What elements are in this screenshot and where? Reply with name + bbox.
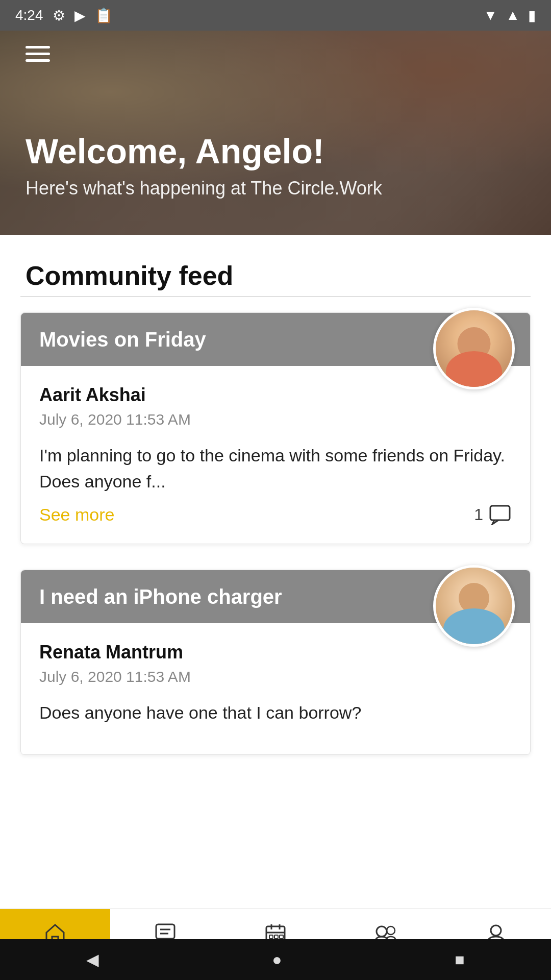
wifi-icon: ▼ [484,7,498,23]
hamburger-line-2 [26,53,50,55]
hero-banner: Welcome, Angelo! Here's what's happening… [0,31,551,235]
status-left: 4:24 ⚙ ▶ 📋 [15,7,113,24]
post-text-charger: Does anyone have one that I can borrow? [39,700,512,726]
status-bar: 4:24 ⚙ ▶ 📋 ▼ ▲ ▮ [0,0,551,31]
avatar-renata [433,565,515,647]
post-date-renata: July 6, 2020 11:53 AM [39,668,512,685]
see-more-button-movies[interactable]: See more [39,505,114,525]
feed-list: Movies on Friday Aarit Akshai July 6, 20… [0,297,551,770]
svg-point-12 [387,926,395,935]
svg-rect-0 [490,506,510,520]
recents-button[interactable]: ■ [455,950,464,969]
avatar-aarit [433,308,515,389]
comment-icon-movies [489,505,512,525]
comment-number-movies: 1 [474,505,483,524]
hamburger-line-1 [26,46,50,48]
svg-rect-1 [156,924,174,939]
main-content: Community feed Movies on Friday Aarit Ak… [0,235,551,980]
card-footer-movies: See more 1 [39,505,512,525]
back-button[interactable]: ◀ [86,950,99,969]
status-right: ▼ ▲ ▮ [484,7,536,24]
system-nav-bar: ◀ ● ■ [0,939,551,980]
hamburger-line-3 [26,59,50,62]
clipboard-icon: 📋 [95,7,113,24]
post-author-renata: Renata Mantrum [39,642,512,663]
feed-card-charger[interactable]: I need an iPhone charger Renata Mantrum … [20,570,531,755]
card-title-movies: Movies on Friday [39,327,206,352]
avatar-female-icon [436,568,512,644]
post-author-aarit: Aarit Akshai [39,384,512,406]
settings-icon: ⚙ [53,7,65,24]
comment-count-movies[interactable]: 1 [474,505,512,525]
battery-icon: ▮ [528,7,536,24]
svg-rect-10 [280,935,283,939]
signal-icon: ▲ [506,7,520,23]
feed-card-movies[interactable]: Movies on Friday Aarit Akshai July 6, 20… [20,312,531,544]
card-title-charger: I need an iPhone charger [39,584,282,609]
card-body-movies: Aarit Akshai July 6, 2020 11:53 AM I'm p… [21,366,530,544]
hero-text: Welcome, Angelo! Here's what's happening… [26,132,525,214]
post-text-movies: I'm planning to go to the cinema with so… [39,443,512,495]
hamburger-menu[interactable] [26,46,50,62]
svg-point-13 [491,925,501,936]
community-feed-title: Community feed [0,235,551,296]
home-button[interactable]: ● [272,950,282,969]
status-time: 4:24 [15,7,43,23]
post-date-aarit: July 6, 2020 11:53 AM [39,411,512,428]
hero-title: Welcome, Angelo! [26,132,525,170]
svg-rect-9 [274,935,278,939]
hero-content: Welcome, Angelo! Here's what's happening… [0,31,551,235]
avatar-male-icon [436,310,512,387]
svg-point-11 [377,926,387,937]
hero-subtitle: Here's what's happening at The Circle.Wo… [26,178,525,199]
svg-rect-8 [269,935,273,939]
play-icon: ▶ [74,7,86,24]
